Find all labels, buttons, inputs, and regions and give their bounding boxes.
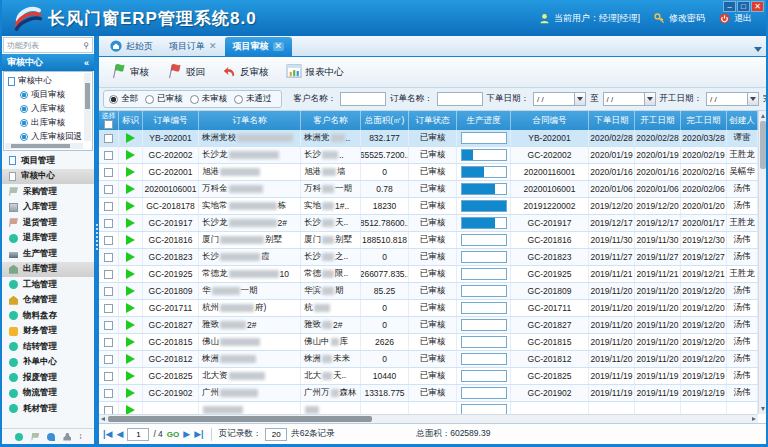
scroll-left-arrow[interactable] bbox=[101, 417, 105, 421]
sidebar-item-scrap[interactable]: 报废管理 bbox=[2, 370, 94, 386]
sidebar-item-outbound[interactable]: 出库管理 bbox=[2, 262, 94, 278]
row-checkbox[interactable] bbox=[104, 389, 113, 398]
table-row[interactable]: GC-201809 华一期 华滨期 85.25 已审核 GC-201809 20… bbox=[99, 283, 758, 300]
tab-close-icon[interactable]: ✕ bbox=[273, 42, 285, 51]
table-row[interactable]: GC-201825 北大资 北大天.. 10440 已审核 GC-201825 … bbox=[99, 368, 758, 385]
select-all-checkbox[interactable] bbox=[104, 120, 113, 129]
row-checkbox[interactable] bbox=[104, 168, 113, 177]
minimize-button[interactable]: – bbox=[723, 1, 736, 12]
table-row[interactable]: GC-202002 长沙龙 长沙.. 65525.7200.. 已审核 GC-2… bbox=[99, 147, 758, 164]
row-checkbox[interactable] bbox=[104, 219, 113, 228]
tree-item-2[interactable]: 出库审核 bbox=[8, 116, 84, 130]
table-row[interactable]: GC-201815 佛山 佛山中库 2626 已审核 GC-201815 201… bbox=[99, 334, 758, 351]
change-password-button[interactable]: 修改密码 bbox=[654, 12, 705, 25]
sidebar-item-returns[interactable]: 退货管理 bbox=[2, 215, 94, 231]
calendar-dropdown-icon[interactable] bbox=[575, 92, 586, 106]
order-name-input[interactable] bbox=[437, 92, 483, 106]
pin-icon[interactable]: ⚲ bbox=[83, 41, 89, 50]
table-row[interactable]: 20200106001 万科金 万科一期 0.78 已审核 2020010600… bbox=[99, 181, 758, 198]
tab-close-icon[interactable]: ✕ bbox=[209, 42, 217, 51]
cart-icon[interactable] bbox=[31, 433, 39, 441]
reverse-audit-button[interactable]: 反审核 bbox=[217, 61, 277, 83]
calendar-dropdown-icon[interactable] bbox=[748, 92, 759, 106]
swoosh-icon[interactable] bbox=[47, 433, 55, 441]
horizontal-scroll-thumb[interactable] bbox=[108, 416, 372, 422]
row-checkbox[interactable] bbox=[104, 355, 113, 364]
horizontal-scrollbar[interactable] bbox=[99, 414, 758, 423]
tree-item-3[interactable]: 入库审核回退 bbox=[8, 130, 84, 144]
table-row[interactable]: GC-201816 厦门别墅 厦门别墅 188510.818 已审核 GC-20… bbox=[99, 232, 758, 249]
dot-icon[interactable] bbox=[15, 433, 23, 441]
sidebar-item-warehouse[interactable]: 仓储管理 bbox=[2, 293, 94, 309]
sidebar-item-consumables[interactable]: 耗材管理 bbox=[2, 401, 94, 417]
tab-project-order[interactable]: 项目订单✕ bbox=[161, 37, 225, 56]
tab-overflow-icon[interactable] bbox=[754, 47, 762, 52]
tab-project-audit[interactable]: 项目审核✕ bbox=[225, 37, 293, 56]
radio-unaudited[interactable] bbox=[190, 95, 199, 104]
row-checkbox[interactable] bbox=[104, 270, 113, 279]
scroll-up-arrow[interactable] bbox=[761, 114, 765, 118]
row-checkbox[interactable] bbox=[104, 321, 113, 330]
scroll-right-arrow[interactable] bbox=[752, 417, 756, 421]
tree-item-1[interactable]: 入库审核 bbox=[8, 102, 84, 116]
row-checkbox[interactable] bbox=[104, 202, 113, 211]
reject-button[interactable]: 驳回 bbox=[161, 60, 213, 84]
table-row[interactable]: GC-201812 株洲 株洲未来 0 已审核 GC-201812 2019/1… bbox=[99, 351, 758, 368]
sidebar-item-carryover[interactable]: 结转管理 bbox=[2, 339, 94, 355]
table-row[interactable]: GC-202001 旭港 旭港墙 0 已审核 20200116001 2020/… bbox=[99, 164, 758, 181]
next-page-button[interactable]: ▶ bbox=[183, 430, 190, 439]
scroll-down-arrow[interactable] bbox=[761, 407, 765, 411]
tree-root[interactable]: 审核中心 bbox=[8, 74, 84, 88]
table-row[interactable]: GC-2018178 实地常栋 实地1#.. 18230 已审核 2019122… bbox=[99, 198, 758, 215]
tab-start-page[interactable]: 起始页 bbox=[102, 37, 161, 56]
go-button[interactable]: GO bbox=[167, 430, 179, 439]
tree-vertical-scrollbar[interactable] bbox=[84, 73, 91, 141]
person-icon[interactable] bbox=[63, 433, 71, 441]
calendar-dropdown-icon[interactable] bbox=[645, 92, 656, 106]
row-checkbox[interactable] bbox=[104, 338, 113, 347]
row-checkbox[interactable] bbox=[104, 253, 113, 262]
order-date-from-input[interactable]: / / bbox=[533, 92, 586, 106]
page-size-input[interactable] bbox=[265, 428, 287, 441]
row-checkbox[interactable] bbox=[104, 304, 113, 313]
row-checkbox[interactable] bbox=[104, 151, 113, 160]
table-row[interactable]: GC-201917 长沙龙2# 长沙天.. 8512.78600.. 已审核 G… bbox=[99, 215, 758, 232]
row-checkbox[interactable] bbox=[104, 406, 113, 415]
tree-horizontal-scrollbar[interactable] bbox=[5, 143, 83, 149]
sidebar-item-project[interactable]: 项目管理 bbox=[2, 153, 94, 169]
start-date-input[interactable]: / / bbox=[706, 92, 759, 106]
table-row[interactable]: GC-201902 广州 广州万森林 13318.775 已审核 GC-2019… bbox=[99, 385, 758, 402]
prev-page-button[interactable]: ◀ bbox=[116, 430, 123, 439]
sidebar-item-supplement[interactable]: 补单中心 bbox=[2, 355, 94, 371]
radio-audited[interactable] bbox=[145, 95, 154, 104]
row-checkbox[interactable] bbox=[104, 287, 113, 296]
sidebar-item-inventory[interactable]: 物料盘存 bbox=[2, 308, 94, 324]
last-page-button[interactable]: ▶| bbox=[194, 430, 203, 439]
customer-name-input[interactable] bbox=[340, 92, 386, 106]
vertical-scrollbar[interactable] bbox=[758, 111, 766, 414]
table-row[interactable]: GC-201925 常德龙10 常德限.. 266077.835.. 已审核 G… bbox=[99, 266, 758, 283]
sidebar-item-site[interactable]: 工地管理 bbox=[2, 277, 94, 293]
function-list-header[interactable]: 功能列表 ⚲ bbox=[3, 37, 93, 53]
table-row[interactable]: GC-201711 杭州府) 杭 0 已审核 GC-201711 2019/11… bbox=[99, 300, 758, 317]
sidebar-item-inbound[interactable]: 入库管理 bbox=[2, 200, 94, 216]
close-button[interactable]: ✕ bbox=[751, 1, 764, 12]
logout-button[interactable]: 退出 bbox=[719, 12, 752, 25]
vertical-scroll-thumb[interactable] bbox=[760, 121, 766, 169]
sidebar-item-audit-center[interactable]: 审核中心 bbox=[2, 169, 94, 185]
tree-item-0[interactable]: 项目审核 bbox=[8, 88, 84, 102]
row-checkbox[interactable] bbox=[104, 372, 113, 381]
table-row[interactable] bbox=[99, 402, 758, 414]
collapse-icon[interactable]: « bbox=[84, 58, 89, 68]
overflow-icon[interactable]: ⁞ bbox=[79, 432, 80, 441]
order-date-to-input[interactable]: / / bbox=[603, 92, 656, 106]
table-row[interactable]: GC-201827 雅致2# 雅致2# 0 已审核 GC-201827 2019… bbox=[99, 317, 758, 334]
radio-unpassed[interactable] bbox=[234, 95, 243, 104]
row-checkbox[interactable] bbox=[104, 236, 113, 245]
page-number-input[interactable] bbox=[127, 428, 149, 441]
table-row[interactable]: YB-202001 株洲党校 株洲党.. 832.177 已审核 YB-2020… bbox=[99, 130, 758, 147]
sidebar-item-logistics[interactable]: 物流管理 bbox=[2, 386, 94, 402]
radio-all[interactable] bbox=[109, 95, 118, 104]
first-page-button[interactable]: |◀ bbox=[103, 430, 112, 439]
sidebar-item-purchase[interactable]: 采购管理 bbox=[2, 184, 94, 200]
